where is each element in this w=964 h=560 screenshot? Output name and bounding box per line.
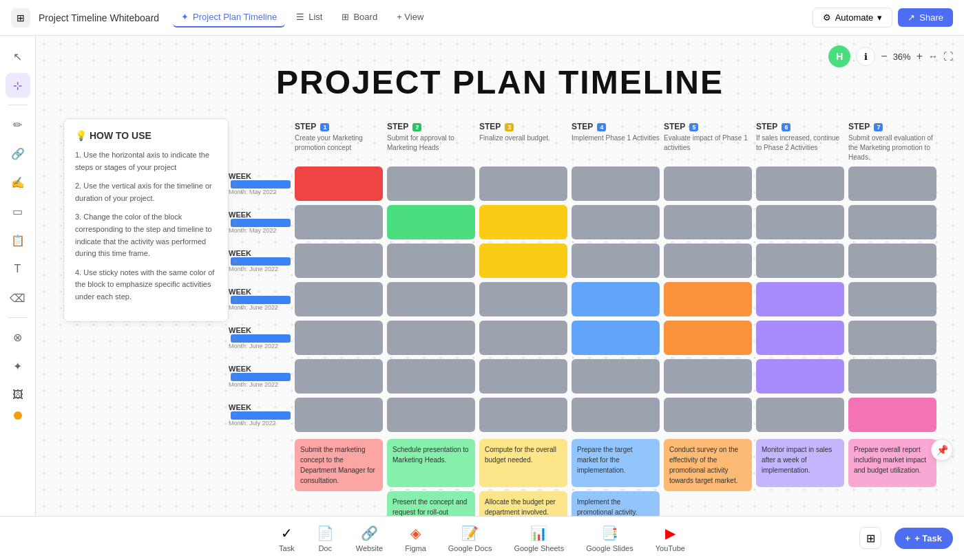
cell-week6-step6[interactable] <box>756 359 844 394</box>
cursor-icon[interactable]: ↖ <box>6 44 30 69</box>
cell-week7-step5[interactable] <box>664 398 752 432</box>
cell-week7-step4[interactable] <box>572 398 660 432</box>
tab-add-view[interactable]: + View <box>388 8 432 28</box>
step-num-1: STEP 1 <box>295 122 383 131</box>
canvas[interactable]: PROJECT PLAN TIMELINE 💡 HOW TO USE 1. Us… <box>36 36 964 516</box>
cell-week3-step5[interactable] <box>664 244 752 278</box>
cell-week6-step3[interactable] <box>479 359 567 394</box>
bottom-item-google-slides[interactable]: 📑 Google Slides <box>586 525 633 552</box>
bottom-item-youtube[interactable]: ▶ YouTube <box>656 525 685 552</box>
grid-view-button[interactable]: ⊞ <box>859 527 881 549</box>
cell-week4-step4[interactable] <box>572 282 660 316</box>
bottom-item-doc[interactable]: 📄 Doc <box>317 525 334 552</box>
cell-week4-step6[interactable] <box>756 282 844 316</box>
cell-week7-step2[interactable] <box>387 398 475 432</box>
top-right-controls: H ℹ − 36% + ↔ ⛶ <box>828 45 953 67</box>
topbar: ⊞ Project Timeline Whiteboard ✦ Project … <box>0 0 964 36</box>
cell-week2-step6[interactable] <box>756 205 844 239</box>
bottom-item-google-docs[interactable]: 📝 Google Docs <box>448 525 492 552</box>
cell-week2-step1[interactable] <box>295 205 383 239</box>
cell-week3-step4[interactable] <box>572 244 660 278</box>
cell-week1-step7[interactable] <box>848 166 936 201</box>
cell-week5-step7[interactable] <box>848 321 936 355</box>
bottom-item-google-sheets[interactable]: 📊 Google Sheets <box>514 525 564 552</box>
task-label: Task <box>279 544 295 552</box>
app-logo[interactable]: ⊞ <box>11 8 30 28</box>
text-icon[interactable]: T <box>6 257 30 281</box>
cell-week4-step3[interactable] <box>479 282 567 316</box>
cell-week3-step1[interactable] <box>295 244 383 278</box>
tab-list[interactable]: ☰ List <box>288 8 331 28</box>
cell-week3-step7[interactable] <box>848 244 936 278</box>
cell-week5-step2[interactable] <box>387 321 475 355</box>
cell-week5-step1[interactable] <box>295 321 383 355</box>
cell-week6-step5[interactable] <box>664 359 752 394</box>
cell-week4-step1[interactable] <box>295 282 383 316</box>
cell-week4-step2[interactable] <box>387 282 475 316</box>
cell-week1-step5[interactable] <box>664 166 752 201</box>
left-toolbar: ↖ ⊹ ✏ 🔗 ✍ ▭ 📋 T ⌫ ⊗ ✦ 🖼 <box>0 36 36 516</box>
tab-board[interactable]: ⊞ Board <box>333 8 386 28</box>
image-icon[interactable]: 🖼 <box>6 383 30 407</box>
youtube-label: YouTube <box>656 544 685 552</box>
cell-week6-step2[interactable] <box>387 359 475 394</box>
zoom-in-button[interactable]: + <box>916 50 923 63</box>
cell-week5-step6[interactable] <box>756 321 844 355</box>
share-button[interactable]: ↗ Share <box>898 8 953 27</box>
cell-week1-step3[interactable] <box>479 166 567 201</box>
cell-week7-step3[interactable] <box>479 398 567 432</box>
cell-week1-step1[interactable] <box>295 166 383 201</box>
task-icon: ✓ <box>281 525 293 541</box>
cell-week7-step6[interactable] <box>756 398 844 432</box>
eraser-icon[interactable]: ⌫ <box>6 286 30 310</box>
automate-button[interactable]: ⚙ Automate ▾ <box>813 8 893 28</box>
sticky-note-icon[interactable]: 📋 <box>6 228 30 252</box>
cell-week3-step2[interactable] <box>387 244 475 278</box>
step-num-6: STEP 6 <box>756 122 844 131</box>
sticky-note-4-1: Prepare the target market for the implem… <box>572 439 660 487</box>
cell-week1-step4[interactable] <box>572 166 660 201</box>
fullscreen-button[interactable]: ⛶ <box>943 51 953 62</box>
cell-week1-step6[interactable] <box>756 166 844 201</box>
sparkle-icon[interactable]: ✦ <box>6 354 30 378</box>
cell-week6-step1[interactable] <box>295 359 383 394</box>
pen-icon[interactable]: ✏ <box>6 112 30 137</box>
pin-button[interactable]: 📌 <box>931 439 953 461</box>
cell-week1-step2[interactable] <box>387 166 475 201</box>
fit-button[interactable]: ↔ <box>928 51 938 62</box>
week-row-3: WEEK 3Month: June 2022 <box>229 244 936 278</box>
pencil-icon[interactable]: ✍ <box>6 170 30 195</box>
rectangle-icon[interactable]: ▭ <box>6 199 30 224</box>
bottom-item-website[interactable]: 🔗 Website <box>356 525 384 552</box>
bottom-item-figma[interactable]: ◈ Figma <box>405 525 426 552</box>
sticky-col-2: Schedule presentation to Marketing Heads… <box>387 439 475 516</box>
cell-week2-step3[interactable] <box>479 205 567 239</box>
link-icon[interactable]: 🔗 <box>6 141 30 166</box>
cell-week4-step7[interactable] <box>848 282 936 316</box>
cell-week4-step5[interactable] <box>664 282 752 316</box>
google-slides-icon: 📑 <box>601 525 618 541</box>
color-dot[interactable] <box>14 411 22 420</box>
cell-week6-step7[interactable] <box>848 359 936 394</box>
cell-week2-step4[interactable] <box>572 205 660 239</box>
cell-week6-step4[interactable] <box>572 359 660 394</box>
avatar[interactable]: H <box>828 45 850 67</box>
add-task-button[interactable]: + + Task <box>894 528 953 549</box>
cell-week7-step1[interactable] <box>295 398 383 432</box>
cell-week5-step3[interactable] <box>479 321 567 355</box>
zoom-out-button[interactable]: − <box>881 50 887 63</box>
connect-icon[interactable]: ⊗ <box>6 325 30 349</box>
tab-project-plan-timeline[interactable]: ✦ Project Plan Timeline <box>173 8 285 28</box>
bottom-item-task[interactable]: ✓ Task <box>279 525 295 552</box>
cell-week3-step6[interactable] <box>756 244 844 278</box>
cell-week2-step2[interactable] <box>387 205 475 239</box>
cell-week5-step5[interactable] <box>664 321 752 355</box>
cell-week2-step5[interactable] <box>664 205 752 239</box>
cell-week3-step3[interactable] <box>479 244 567 278</box>
info-button[interactable]: ℹ <box>856 47 875 66</box>
select-icon[interactable]: ⊹ <box>6 73 30 98</box>
cell-week7-step7[interactable] <box>848 398 936 432</box>
cell-week2-step7[interactable] <box>848 205 936 239</box>
sticky-note-5-1: Conduct survey on the effectivity of the… <box>664 439 752 491</box>
cell-week5-step4[interactable] <box>572 321 660 355</box>
